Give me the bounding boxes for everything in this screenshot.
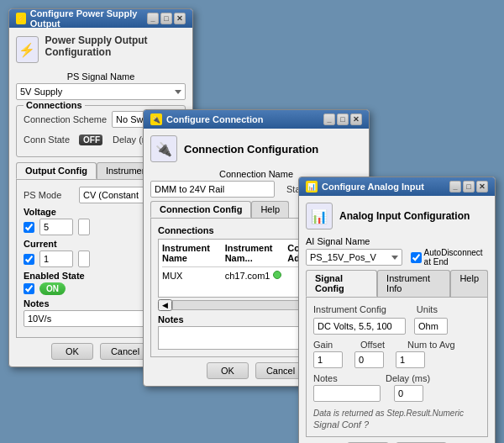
gain-label: Gain (313, 340, 347, 350)
signal-conf-label: Signal Conf ? (313, 419, 369, 430)
tab-help[interactable]: Help (251, 201, 289, 218)
units-input[interactable] (414, 318, 448, 335)
window1-header: ⚡ Power Supply Output Configuration (16, 34, 186, 65)
window2-ok-btn[interactable]: OK (207, 362, 249, 379)
window2-controls: _ □ ✕ (323, 113, 362, 125)
analog-input-title-bar: 📊 Configure Analog Input _ □ ✕ (299, 177, 495, 196)
instrument-1-name: MUX (162, 271, 225, 281)
conn-state-toggle[interactable]: OFF (79, 134, 102, 145)
window1-controls: _ □ ✕ (147, 13, 186, 24)
w2-minimize-btn[interactable]: _ (323, 113, 335, 125)
ps-signal-name-select[interactable]: 5V Supply (16, 83, 186, 100)
data-info: Data is returned as Step.Result.Numeric (313, 409, 464, 418)
ai-signal-name-row: PS_15V_Pos_V AutoDisconnect at End (306, 248, 488, 266)
current-checkbox[interactable] (24, 254, 34, 265)
voltage-checkbox[interactable] (24, 222, 34, 233)
window3-heading: Analog Input Configuration (339, 210, 470, 222)
instrument-config-input[interactable] (313, 318, 406, 335)
window1-icon: ⚡ (16, 13, 26, 24)
w2-maximize-btn[interactable]: □ (337, 113, 349, 125)
instrument-config-value-row (313, 318, 480, 335)
window1-ok-btn[interactable]: OK (51, 343, 93, 360)
auto-disconnect-label: AutoDisconnect at End (424, 248, 488, 266)
delay-ms-input-w3[interactable] (394, 385, 423, 402)
state-dot (273, 271, 281, 279)
offset-input[interactable] (354, 351, 384, 368)
window1-title: Configure Power Supply Output (30, 8, 147, 29)
auto-disconnect-row: AutoDisconnect at End (411, 248, 488, 266)
units-label: Units (417, 304, 467, 314)
window3-tabs: Signal Config Instrument Info Help (306, 270, 488, 297)
conn-state-label: Conn State (24, 134, 74, 145)
ps-signal-name-label: PS Signal Name (16, 71, 186, 82)
notes-input-w3[interactable] (313, 385, 381, 402)
window3-title: Configure Analog Input (322, 182, 424, 192)
gain-offset-labels: Gain Offset Num to Avg (313, 340, 480, 350)
window2-header: 🔌 Connection Configuration (150, 135, 362, 162)
num-to-avg-input[interactable] (396, 351, 425, 368)
w3-minimize-btn[interactable]: _ (449, 181, 461, 192)
analog-input-window: 📊 Configure Analog Input _ □ ✕ 📊 Analog … (298, 177, 496, 443)
notes-delay-labels: Notes Delay (ms) (313, 373, 480, 383)
num-to-avg-label: Num to Avg (407, 340, 458, 350)
voltage-spinner-up[interactable] (78, 219, 90, 235)
signal-conf-area: Signal Conf ? (313, 419, 480, 430)
addr-text: ch17.com1 (225, 271, 270, 281)
enabled-state-checkbox[interactable] (24, 283, 34, 294)
gain-input[interactable] (313, 351, 343, 368)
w3-maximize-btn[interactable]: □ (463, 181, 475, 192)
current-spinner[interactable] (78, 251, 90, 267)
voltage-input[interactable] (39, 219, 73, 235)
window1-heading: Power Supply Output Configuration (45, 34, 186, 58)
conn-scheme-label: Connection Scheme (24, 114, 107, 124)
instrument-config-label: Instrument Config (313, 304, 386, 314)
enabled-state-toggle[interactable]: ON (39, 282, 66, 295)
minimize-btn[interactable]: _ (147, 13, 159, 24)
instrument-1-addr: ch17.com1 (225, 271, 288, 281)
connections-label: Connections (24, 100, 85, 110)
col-instrument-name: Instrument Name (162, 243, 225, 263)
connection-name-input[interactable] (150, 181, 275, 198)
ai-signal-name-label: AI Signal Name (306, 236, 488, 246)
w2-close-btn[interactable]: ✕ (350, 113, 362, 125)
window3-header-icon: 📊 (306, 203, 333, 229)
window2-heading: Connection Configuration (184, 143, 318, 156)
scroll-left-btn[interactable]: ◀ (158, 299, 172, 311)
auto-disconnect-checkbox[interactable] (411, 252, 422, 263)
power-supply-title-bar: ⚡ Configure Power Supply Output _ □ ✕ (9, 9, 192, 28)
ps-signal-name-row: 5V Supply (16, 83, 186, 100)
w3-close-btn[interactable]: ✕ (476, 181, 488, 192)
offset-label: Offset (360, 340, 402, 350)
signal-conf-row: Data is returned as Step.Result.Numeric (313, 405, 480, 418)
window3-icon: 📊 (306, 181, 318, 192)
window2-header-icon: 🔌 (150, 135, 177, 162)
notes-delay-values (313, 385, 480, 402)
tab-signal-config[interactable]: Signal Config (306, 270, 377, 297)
window1-header-icon: ⚡ (16, 36, 39, 63)
window2-title: Configure Connection (166, 114, 264, 124)
tab-connection-config[interactable]: Connection Config (150, 201, 251, 218)
tab-instrument-info-w3[interactable]: Instrument Info (377, 270, 450, 297)
notes-label-w3: Notes (313, 373, 381, 383)
tab-output-config[interactable]: Output Config (16, 162, 97, 179)
gain-offset-values (313, 351, 480, 368)
maximize-btn[interactable]: □ (160, 13, 172, 24)
window3-header: 📊 Analog Input Configuration (306, 203, 488, 229)
delay-ms-label-w3: Delay (ms) (386, 373, 436, 383)
col-instrument-name2: Instrument Nam... (225, 243, 288, 263)
instrument-config-row: Instrument Config Units (313, 304, 480, 314)
current-input[interactable] (39, 251, 73, 267)
tab-help-w3[interactable]: Help (450, 270, 488, 297)
window3-controls: _ □ ✕ (449, 181, 488, 192)
signal-config-content: Instrument Config Units Gain Offset Num … (306, 297, 488, 437)
ps-mode-label: PS Mode (24, 190, 74, 200)
connection-title-bar: 🔌 Configure Connection _ □ ✕ (144, 110, 369, 129)
window2-icon: 🔌 (150, 113, 162, 125)
close-btn[interactable]: ✕ (174, 13, 186, 24)
ai-signal-name-select[interactable]: PS_15V_Pos_V (306, 249, 402, 266)
